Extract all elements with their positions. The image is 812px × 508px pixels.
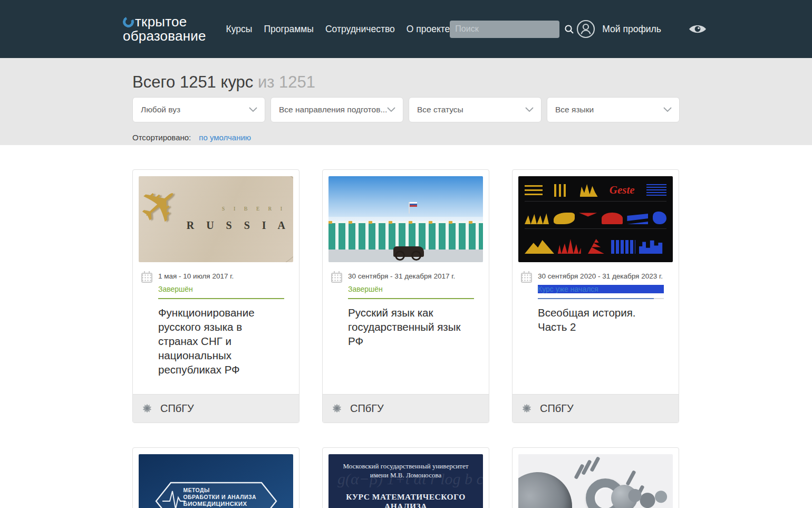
course-title[interactable]: Всеобщая история. Часть 2 [538,305,664,334]
course-image-winter-palace [328,176,483,262]
chevron-down-icon [663,107,672,112]
nav-item-about[interactable]: О проекте [407,24,450,35]
cover-line: БИОМЕДИЦИНСКИХ [183,501,256,507]
filter-direction-value: Все направления подготов... [279,105,387,114]
course-image-history-infographic: Geste [518,176,673,262]
course-card[interactable]: Московский государственный университет и… [322,447,489,508]
status-progress-bar [538,298,664,299]
status-progress-bar [158,298,284,299]
university-name: СПбГУ [350,402,384,415]
filter-university-dropdown[interactable]: Любой вуз [132,97,265,122]
course-grid: ✈ S I B E R I R U S S I A 1 мая - 10 июл… [132,169,679,508]
sort-label: Отсортировано: [132,133,191,142]
filter-language-value: Все языки [555,105,594,114]
sort-row: Отсортировано: по умолчанию [132,133,812,142]
course-image-russia-map: ✈ S I B E R I R U S S I A [139,176,293,262]
site-logo[interactable]: ткрытое образование [123,15,206,43]
university-emblem-icon [521,403,533,415]
top-header: ткрытое образование Курсы Программы Сотр… [0,0,812,58]
course-status: Курс уже начался [538,285,664,293]
search-box[interactable] [450,21,559,38]
filter-language-dropdown[interactable]: Все языки [547,97,680,122]
university-name: СПбГУ [160,402,194,415]
nav-item-programs[interactable]: Программы [264,24,314,35]
logo-text-line1: ткрытое [135,15,187,29]
course-title[interactable]: Функционирование русского языка в страна… [158,305,284,377]
calendar-icon [331,273,342,283]
status-progress-bar [348,298,474,299]
course-image-msu-math: Московский государственный университет и… [328,454,483,508]
university-name: СПбГУ [540,402,574,415]
cover-line: КУРС МАТЕМАТИЧЕСКОГО АНАЛИЗА [328,492,483,508]
chevron-down-icon [387,107,395,112]
profile-label: Мой профиль [602,24,661,35]
gold-plane-icon: ✈ [139,176,194,240]
logo-text-line2: образование [123,29,206,43]
filter-direction-dropdown[interactable]: Все направления подготов... [270,97,403,122]
course-footer[interactable]: СПбГУ [133,394,299,423]
chevron-down-icon [249,107,257,112]
course-title[interactable]: Русский язык как государственный язык РФ [348,305,474,348]
course-status: Завершён [348,285,474,293]
logo-ring-icon [121,15,135,28]
accessibility-eye-icon[interactable] [689,23,707,35]
user-avatar-icon [576,20,595,39]
main-nav: Курсы Программы Сотрудничество О проекте [226,24,450,35]
page-title: Всего 1251 курс из 1251 [132,73,812,92]
carriage-figure [393,246,424,257]
course-image-biomedical-signals: МЕТОДЫ ОБРАБОТКИ И АНАЛИЗА БИОМЕДИЦИНСКИ… [139,454,293,508]
course-card[interactable]: 30 сентября - 31 декабря 2017 г. Завершё… [322,169,489,423]
university-emblem-icon [141,403,153,415]
catalog-toolbar: Всего 1251 курс из 1251 Любой вуз Все на… [0,58,812,145]
course-footer[interactable]: СПбГУ [513,394,679,423]
filter-status-value: Все статусы [417,105,463,114]
cover-line: МЕТОДЫ [183,487,256,494]
cover-line: имени М.В. Ломоносова [328,471,483,480]
filter-status-dropdown[interactable]: Все статусы [409,97,542,122]
cover-line: ОБРАБОТКИ И АНАЛИЗА [183,494,256,501]
flag-icon [409,202,410,214]
geste-label: Geste [610,184,635,197]
map-country-label: R U S S I A [187,219,290,232]
course-card[interactable]: МЕТОДЫ ОБРАБОТКИ И АНАЛИЗА БИОМЕДИЦИНСКИ… [132,447,299,508]
course-dates: 30 сентября 2020 - 31 декабря 2023 г. [538,272,664,280]
filter-university-value: Любой вуз [141,105,180,114]
filter-row: Любой вуз Все направления подготов... Вс… [132,97,812,122]
profile-menu[interactable]: Мой профиль [576,20,661,39]
sort-value-link[interactable]: по умолчанию [199,133,251,142]
university-emblem-icon [331,403,343,415]
calendar-icon [141,273,152,283]
course-card[interactable] [512,447,679,508]
page-title-main: Всего 1251 курс [132,73,253,91]
course-status: Завершён [158,285,284,293]
cover-line: Московский государственный университет [328,462,483,471]
calendar-icon [521,273,532,283]
page-title-sub: из 1251 [258,73,315,91]
nav-item-cooperation[interactable]: Сотрудничество [325,24,395,35]
course-footer[interactable]: СПбГУ [323,394,489,423]
nav-item-courses[interactable]: Курсы [226,24,253,35]
course-image-gearbox [518,454,673,508]
course-card[interactable]: Geste 30 сен [512,169,679,423]
course-dates: 1 мая - 10 июля 2017 г. [158,272,284,280]
chevron-down-icon [525,107,534,112]
course-dates: 30 сентября - 31 декабря 2017 г. [348,272,474,280]
course-card[interactable]: ✈ S I B E R I R U S S I A 1 мая - 10 июл… [132,169,299,423]
map-region-label: S I B E R I [222,206,286,212]
search-input[interactable] [455,24,564,34]
search-icon[interactable] [564,24,574,34]
